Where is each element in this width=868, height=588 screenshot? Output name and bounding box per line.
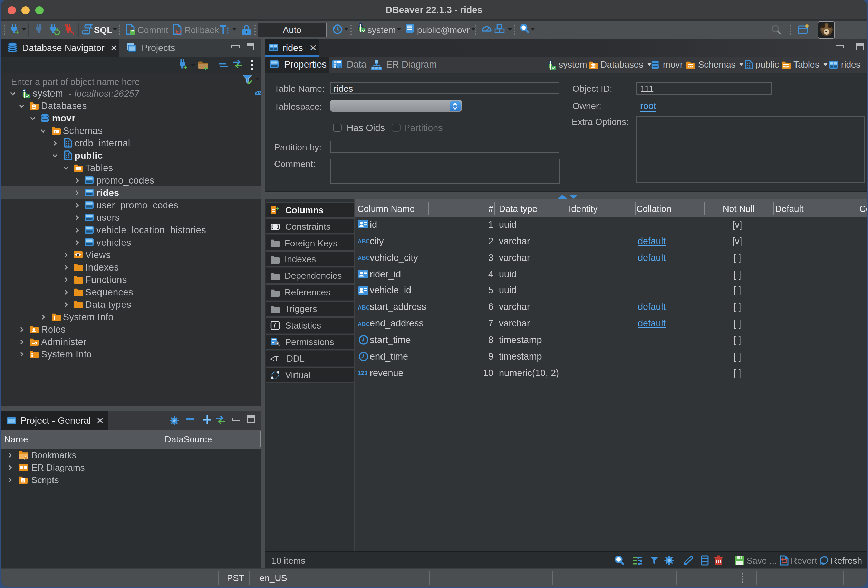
svg-text:i: i	[274, 322, 276, 329]
svg-text:+: +	[15, 28, 19, 35]
svg-text:<T: <T	[270, 355, 279, 363]
svg-text:ABC: ABC	[358, 255, 369, 261]
svg-text:123: 123	[357, 370, 367, 376]
svg-text:ABC: ABC	[358, 304, 369, 311]
svg-text:+: +	[276, 205, 280, 212]
svg-text:ABC: ABC	[358, 239, 369, 245]
svg-text:ABC: ABC	[358, 321, 369, 327]
svg-text:+: +	[204, 64, 208, 71]
svg-text:+: +	[183, 63, 188, 71]
